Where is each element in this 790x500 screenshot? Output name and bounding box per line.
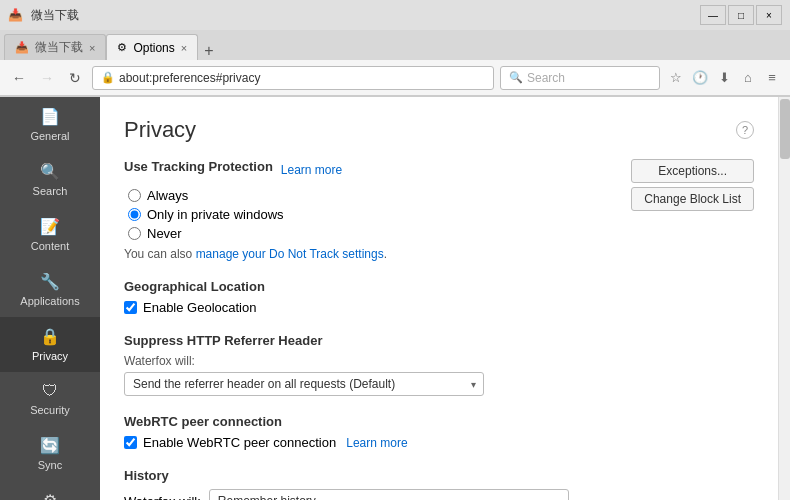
exceptions-button[interactable]: Exceptions...	[631, 159, 754, 183]
scrollbar[interactable]	[778, 97, 790, 500]
app-name: 微当下载	[31, 7, 79, 24]
url-text: about:preferences#privacy	[119, 71, 260, 85]
sidebar: 📄 General 🔍 Search 📝 Content 🔧 Applicati…	[0, 97, 100, 500]
history-select[interactable]: Remember history Never remember history …	[209, 489, 569, 500]
referrer-label: Waterfox will:	[124, 354, 754, 368]
home-button[interactable]: ⌂	[738, 68, 758, 88]
security-icon: 🛡	[42, 382, 58, 400]
geo-location-section: Geographical Location Enable Geolocation	[124, 279, 754, 315]
new-tab-button[interactable]: +	[198, 42, 219, 60]
tracking-protection-section: Use Tracking Protection Learn more Alway…	[124, 159, 754, 261]
sidebar-item-advanced[interactable]: ⚙ Advanced	[0, 481, 100, 500]
sidebar-label-general: General	[30, 130, 69, 142]
url-bar[interactable]: 🔒 about:preferences#privacy	[92, 66, 494, 90]
track-note-suffix: .	[384, 247, 387, 261]
maximize-button[interactable]: □	[728, 5, 754, 25]
webrtc-checkbox-item: Enable WebRTC peer connection Learn more	[124, 435, 754, 450]
help-icon[interactable]: ?	[736, 121, 754, 139]
search-nav-icon: 🔍	[40, 162, 60, 181]
content-icon: 📝	[40, 217, 60, 236]
tracking-radio-group: Always Only in private windows Never	[128, 188, 387, 241]
sidebar-label-sync: Sync	[38, 459, 62, 471]
page-title-row: Privacy ?	[124, 117, 754, 143]
tab-options-close[interactable]: ×	[181, 42, 187, 54]
webrtc-label: Enable WebRTC peer connection	[143, 435, 336, 450]
forward-button[interactable]: →	[36, 67, 58, 89]
main-layout: 📄 General 🔍 Search 📝 Content 🔧 Applicati…	[0, 97, 790, 500]
search-placeholder: Search	[527, 71, 565, 85]
back-button[interactable]: ←	[8, 67, 30, 89]
content-area: Privacy ? Use Tracking Protection Learn …	[100, 97, 778, 500]
sidebar-item-content[interactable]: 📝 Content	[0, 207, 100, 262]
download-button[interactable]: ⬇	[714, 68, 734, 88]
radio-never: Never	[128, 226, 387, 241]
address-bar: ← → ↻ 🔒 about:preferences#privacy 🔍 Sear…	[0, 60, 790, 96]
referrer-select-wrapper: Send the referrer header on all requests…	[124, 372, 484, 396]
search-icon: 🔍	[509, 71, 523, 84]
address-icons: ☆ 🕐 ⬇ ⌂ ≡	[666, 68, 782, 88]
radio-only-private: Only in private windows	[128, 207, 387, 222]
minimize-button[interactable]: —	[700, 5, 726, 25]
menu-button[interactable]: ≡	[762, 68, 782, 88]
sidebar-item-search[interactable]: 🔍 Search	[0, 152, 100, 207]
sidebar-label-search: Search	[33, 185, 68, 197]
referrer-title: Suppress HTTP Referrer Header	[124, 333, 754, 348]
tracking-buttons: Exceptions... Change Block List	[631, 159, 754, 211]
radio-always-label: Always	[147, 188, 188, 203]
track-note: You can also manage your Do Not Track se…	[124, 247, 387, 261]
history-button[interactable]: 🕐	[690, 68, 710, 88]
window-controls: — □ ×	[700, 5, 782, 25]
close-button[interactable]: ×	[756, 5, 782, 25]
sidebar-item-privacy[interactable]: 🔒 Privacy	[0, 317, 100, 372]
url-favicon: 🔒	[101, 71, 115, 84]
webrtc-section: WebRTC peer connection Enable WebRTC pee…	[124, 414, 754, 450]
search-box[interactable]: 🔍 Search	[500, 66, 660, 90]
sidebar-item-general[interactable]: 📄 General	[0, 97, 100, 152]
scrollbar-thumb[interactable]	[780, 99, 790, 159]
tracking-protection-left: Use Tracking Protection Learn more Alway…	[124, 159, 387, 261]
geo-checkbox[interactable]	[124, 301, 137, 314]
webrtc-title: WebRTC peer connection	[124, 414, 754, 429]
sidebar-item-applications[interactable]: 🔧 Applications	[0, 262, 100, 317]
radio-always-input[interactable]	[128, 189, 141, 202]
sidebar-item-sync[interactable]: 🔄 Sync	[0, 426, 100, 481]
advanced-icon: ⚙	[43, 491, 57, 500]
sidebar-label-security: Security	[30, 404, 70, 416]
history-title: History	[124, 468, 754, 483]
title-bar-left: 📥 微当下载	[8, 7, 79, 24]
reload-button[interactable]: ↻	[64, 67, 86, 89]
title-bar: 📥 微当下载 — □ ×	[0, 0, 790, 30]
sidebar-label-privacy: Privacy	[32, 350, 68, 362]
track-note-prefix: You can also	[124, 247, 196, 261]
tab-xiadan-close[interactable]: ×	[89, 42, 95, 54]
sidebar-item-security[interactable]: 🛡 Security	[0, 372, 100, 426]
change-block-list-button[interactable]: Change Block List	[631, 187, 754, 211]
webrtc-checkbox[interactable]	[124, 436, 137, 449]
webrtc-learn-more[interactable]: Learn more	[346, 436, 407, 450]
history-label-prefix: Waterfox will:	[124, 494, 201, 501]
radio-never-label: Never	[147, 226, 182, 241]
history-section: History Waterfox will: Remember history …	[124, 468, 754, 500]
bookmark-button[interactable]: ☆	[666, 68, 686, 88]
dnt-settings-link[interactable]: manage your Do Not Track settings	[196, 247, 384, 261]
radio-always: Always	[128, 188, 387, 203]
radio-only-private-input[interactable]	[128, 208, 141, 221]
tab-xiadan-favicon: 📥	[15, 41, 29, 54]
tracking-title: Use Tracking Protection	[124, 159, 273, 174]
applications-icon: 🔧	[40, 272, 60, 291]
history-select-wrapper: Remember history Never remember history …	[209, 489, 569, 500]
tab-options[interactable]: ⚙ Options ×	[106, 34, 198, 60]
referrer-select[interactable]: Send the referrer header on all requests…	[124, 372, 484, 396]
sync-icon: 🔄	[40, 436, 60, 455]
window-chrome: 📥 微当下载 — □ × 📥 微当下载 × ⚙ Options × + ← → …	[0, 0, 790, 97]
tracking-learn-more[interactable]: Learn more	[281, 163, 342, 177]
radio-never-input[interactable]	[128, 227, 141, 240]
radio-only-private-label: Only in private windows	[147, 207, 284, 222]
tab-bar: 📥 微当下载 × ⚙ Options × +	[0, 30, 790, 60]
sidebar-label-content: Content	[31, 240, 70, 252]
sidebar-label-applications: Applications	[20, 295, 79, 307]
tab-xiadan[interactable]: 📥 微当下载 ×	[4, 34, 106, 60]
tab-options-favicon: ⚙	[117, 41, 127, 54]
tab-options-label: Options	[133, 41, 174, 55]
tracking-header: Use Tracking Protection Learn more	[124, 159, 387, 180]
